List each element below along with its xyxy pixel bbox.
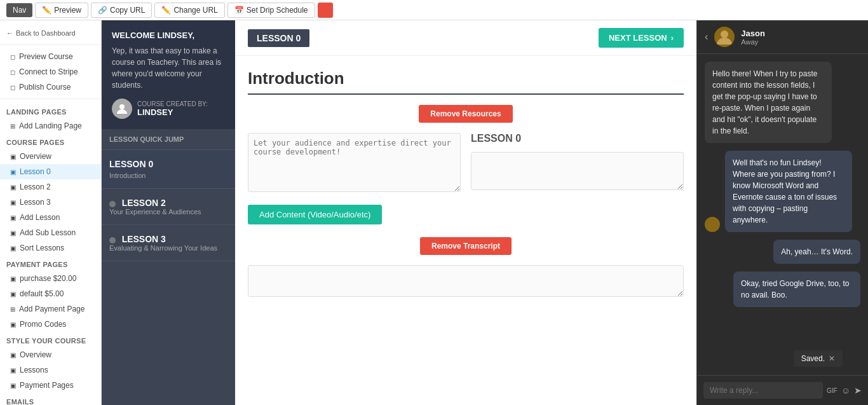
course-pages-section: Course Pages	[0, 134, 101, 149]
sidebar-item-overview[interactable]: ▣ Overview	[0, 149, 101, 164]
lesson-item-3[interactable]: LESSON 3 Evaluating & Narrowing Your Ide…	[102, 225, 235, 261]
landing-pages-section: Landing Pages	[0, 103, 101, 118]
change-url-button[interactable]: ✏️ Change URL	[154, 3, 224, 18]
lesson-item-0[interactable]: LESSON 0 Introduction	[102, 150, 235, 189]
chat-agent-status: Away	[741, 38, 765, 46]
nav-button[interactable]: Nav	[6, 3, 32, 17]
transcript-row	[248, 265, 684, 297]
chat-emoji-button[interactable]: ☺	[841, 385, 850, 395]
sidebar-item-style-lessons[interactable]: ▣ Lessons	[0, 362, 101, 378]
chat-header: ‹ Jason Away	[697, 20, 868, 54]
style-lessons-icon: ▣	[10, 367, 16, 374]
welcome-text: Yep, it was that easy to make a course o…	[112, 45, 225, 91]
remove-transcript-button[interactable]: Remove Transcript	[420, 237, 512, 255]
sidebar-item-publish[interactable]: ◻ Publish Course	[0, 79, 101, 95]
edit-icon: ✏️	[161, 6, 171, 15]
lesson-title: Introduction	[248, 69, 684, 95]
main-layout: ← Back to Dashboard ◻ Preview Course ◻ C…	[0, 20, 868, 405]
add-content-button[interactable]: Add Content (Video/Audio/etc)	[248, 205, 382, 224]
lesson-badge: LESSON 0	[248, 29, 309, 47]
chat-bubble-incoming-3: Ah, yeah… It's Word.	[773, 240, 860, 264]
author-avatar	[112, 99, 132, 119]
lesson-3-number: LESSON 3	[122, 234, 166, 244]
add-lesson-icon: ▣	[10, 214, 16, 221]
lesson2-icon: ▣	[10, 184, 16, 191]
chat-gif-button[interactable]: GIF	[827, 387, 837, 394]
chat-message-3: Ah, yeah… It's Word.	[773, 240, 860, 264]
lesson-0-number: LESSON 0	[109, 159, 227, 169]
publish-icon: ◻	[10, 84, 15, 91]
lesson-2-number: LESSON 2	[122, 198, 166, 208]
default-icon: ▣	[10, 291, 16, 298]
sidebar-item-purchase[interactable]: ▣ purchase $20.00	[0, 271, 101, 286]
main-content: LESSON 0 NEXT LESSON › Introduction Remo…	[235, 20, 696, 405]
welcome-box: WELCOME LINDSEY, Yep, it was that easy t…	[102, 20, 235, 129]
author-label: COURSE CREATED BY:	[137, 100, 208, 107]
copy-url-button[interactable]: 🔗 Copy URL	[91, 3, 152, 18]
welcome-title: WELCOME LINDSEY,	[112, 31, 225, 40]
chat-message-1: Hello there! When I try to paste content…	[705, 62, 860, 143]
svg-point-0	[119, 104, 125, 109]
sidebar-item-default[interactable]: ▣ default $5.00	[0, 286, 101, 301]
chat-agent-info: Jason Away	[741, 29, 765, 46]
chat-input-area: GIF ☺ ➤	[697, 375, 868, 405]
emails-section: Emails	[0, 393, 101, 405]
lesson-content-textarea[interactable]	[471, 152, 684, 190]
sidebar-item-sort-lessons[interactable]: ▣ Sort Lessons	[0, 240, 101, 256]
purchase-icon: ▣	[10, 275, 16, 282]
chat-agent-name: Jason	[741, 29, 765, 38]
remove-resources-button[interactable]: Remove Resources	[419, 105, 512, 123]
author-box: COURSE CREATED BY: LINDSEY	[112, 99, 225, 119]
back-to-dashboard[interactable]: ← Back to Dashboard	[0, 25, 101, 41]
lesson-0-subtitle: Introduction	[109, 172, 227, 179]
sort-lessons-icon: ▣	[10, 245, 16, 252]
chat-bubble-incoming-4: Okay, tried Google Drive, too, to no ava…	[733, 271, 860, 307]
preview-button[interactable]: ✏️ Preview	[35, 3, 88, 18]
payment-pages-section: Payment Pages	[0, 256, 101, 271]
sidebar-item-add-sub-lesson[interactable]: ▣ Add Sub Lesson	[0, 225, 101, 240]
set-drip-button[interactable]: 📅 Set Drip Schedule	[227, 3, 315, 18]
sidebar-item-add-landing[interactable]: ⊞ Add Landing Page	[0, 118, 101, 134]
sidebar-item-preview-course[interactable]: ◻ Preview Course	[0, 49, 101, 64]
next-lesson-button[interactable]: NEXT LESSON ›	[599, 28, 684, 48]
overview-icon: ▣	[10, 153, 16, 160]
saved-toast: Saved. ✕	[794, 350, 843, 367]
arrow-left-icon: ←	[6, 29, 13, 37]
preview-course-icon: ◻	[10, 53, 15, 60]
sidebar-item-connect-stripe[interactable]: ◻ Connect to Stripe	[0, 64, 101, 79]
stripe-icon: ◻	[10, 69, 15, 76]
chat-send-button[interactable]: ➤	[854, 385, 862, 395]
description-textarea[interactable]	[248, 133, 461, 192]
style-overview-icon: ▣	[10, 352, 16, 359]
delete-button[interactable]	[318, 3, 333, 18]
lesson-3-subtitle: Evaluating & Narrowing Your Ideas	[109, 244, 227, 252]
style-payment-icon: ▣	[10, 382, 16, 389]
arrow-right-icon: ›	[671, 33, 674, 43]
chat-bubble-incoming-1: Hello there! When I try to paste content…	[705, 62, 832, 143]
sidebar-item-promo[interactable]: ▣ Promo Codes	[0, 317, 101, 332]
right-panel: LESSON 0	[471, 133, 684, 192]
sidebar-item-add-lesson[interactable]: ▣ Add Lesson	[0, 210, 101, 225]
sidebar-item-style-payment[interactable]: ▣ Payment Pages	[0, 378, 101, 393]
lesson-0-content-label: LESSON 0	[471, 133, 684, 144]
chat-message-4: Okay, tried Google Drive, too, to no ava…	[733, 271, 860, 307]
add-payment-icon: ⊞	[10, 306, 15, 313]
sidebar-item-style-overview[interactable]: ▣ Overview	[0, 347, 101, 362]
lesson-item-2[interactable]: LESSON 2 Your Experience & Audiences	[102, 189, 235, 225]
sidebar-item-lesson2[interactable]: ▣ Lesson 2	[0, 179, 101, 195]
sidebar-item-add-payment[interactable]: ⊞ Add Payment Page	[0, 301, 101, 317]
saved-close-button[interactable]: ✕	[829, 354, 835, 363]
left-sidebar: ← Back to Dashboard ◻ Preview Course ◻ C…	[0, 20, 102, 405]
transcript-textarea[interactable]	[248, 265, 684, 297]
chat-back-button[interactable]: ‹	[705, 31, 708, 43]
sidebar-item-lesson3[interactable]: ▣ Lesson 3	[0, 195, 101, 210]
style-section: Style Your Course	[0, 332, 101, 347]
lesson-2-subtitle: Your Experience & Audiences	[109, 208, 227, 216]
svg-point-1	[721, 31, 728, 38]
sidebar-item-lesson0[interactable]: ▣ Lesson 0	[0, 164, 101, 179]
content-area: Introduction Remove Resources LESSON 0 A…	[235, 56, 696, 310]
chat-reply-input[interactable]	[703, 382, 823, 399]
chat-bubble-outgoing-2: Well that's no fun Lindsey! Where are yo…	[725, 151, 852, 232]
add-sub-lesson-icon: ▣	[10, 230, 16, 237]
top-bar: Nav ✏️ Preview 🔗 Copy URL ✏️ Change URL …	[0, 0, 868, 20]
